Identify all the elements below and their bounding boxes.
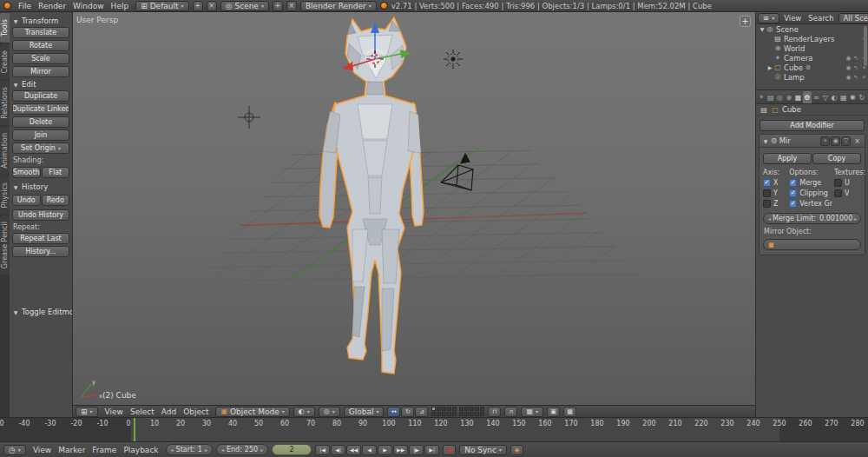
render-toggle-icon[interactable]: ⌖ <box>820 136 830 146</box>
toolshelf-tab-tools[interactable]: Tools <box>0 13 10 43</box>
expand-icon[interactable]: ▼ <box>759 26 766 32</box>
button-play-reverse[interactable]: ◀◀ <box>346 445 361 455</box>
camera-object[interactable] <box>441 154 473 190</box>
expand-icon[interactable]: ▶ <box>766 64 773 70</box>
add-modifier-dropdown[interactable]: Add Modifier <box>760 120 865 131</box>
current-frame-indicator[interactable] <box>134 418 135 441</box>
manipulator-translate-icon[interactable]: ↔ <box>387 407 400 417</box>
layer-cell[interactable] <box>431 412 436 416</box>
eye-toggle-icon[interactable]: ◉ <box>845 64 852 71</box>
viewport-shading-dropdown[interactable]: ◐ ▾ <box>293 407 315 417</box>
outliner-display-dropdown[interactable]: All Scenes ▾ <box>838 13 868 23</box>
menu-top-help[interactable]: Help <box>108 2 133 10</box>
properties-tab-constraints[interactable]: ∞ <box>812 91 821 103</box>
checkbox-x[interactable]: ✓X <box>763 178 787 187</box>
start-frame-field[interactable]: ◂ Start: 1 ▸ <box>166 444 213 455</box>
add-layout-button[interactable]: + <box>193 1 203 11</box>
outliner-item-world[interactable]: ⊕World <box>756 43 868 53</box>
layer-cell[interactable] <box>437 412 441 416</box>
outliner-item-camera[interactable]: ⌖Camera◉↖⌖ <box>756 53 868 63</box>
button-frame-back[interactable]: ◀ <box>362 445 377 455</box>
checkbox-x-box[interactable]: ✓ <box>763 179 771 187</box>
menu-viewport-object[interactable]: Object <box>180 407 212 416</box>
record-button[interactable]: ● <box>443 445 456 455</box>
undo-button[interactable]: Undo <box>12 195 41 206</box>
current-frame-field[interactable]: 2 <box>272 444 312 455</box>
button-duplicate-linked[interactable]: Duplicate Linked <box>12 103 69 115</box>
button-rotate[interactable]: Rotate <box>12 40 69 51</box>
menu-top-render[interactable]: Render <box>35 2 69 10</box>
checkbox-y-box[interactable] <box>763 189 771 197</box>
outliner-item-cube[interactable]: ▶▢Cube⚙◉↖⌖ <box>756 63 868 72</box>
screen-layout-dropdown[interactable]: ⊞ Default ▾ <box>135 1 188 11</box>
select_arrow-toggle-icon[interactable]: ↖ <box>852 74 860 81</box>
end-frame-field[interactable]: ◂ End: 250 ▸ <box>216 444 268 455</box>
layer-cell[interactable] <box>437 407 441 411</box>
keying-set-button[interactable]: ◆ <box>510 445 523 455</box>
layer-cell[interactable] <box>431 407 436 411</box>
layer-cell[interactable] <box>475 412 479 416</box>
layer-cell[interactable] <box>464 407 469 411</box>
properties-tab-render[interactable]: ⌖ <box>757 91 766 103</box>
render-engine-dropdown[interactable]: Blender Render ▾ <box>300 1 377 11</box>
properties-tab-material[interactable]: ◐ <box>830 91 839 103</box>
checkbox-vertex-gr-box[interactable]: ✓ <box>789 200 797 208</box>
orientation-dropdown[interactable]: Global ▾ <box>344 407 385 417</box>
scene-dropdown[interactable]: ◎ Scene ▾ <box>220 1 269 11</box>
layer-cell[interactable] <box>480 412 484 416</box>
opengl-render-anim-icon[interactable]: ▩ <box>563 407 576 417</box>
checkbox-merge[interactable]: ✓Merge <box>789 178 832 187</box>
toolshelf-tab-physics[interactable]: Physics <box>0 176 10 215</box>
menu-viewport-select[interactable]: Select <box>127 407 158 416</box>
flat-button[interactable]: Flat <box>42 167 70 178</box>
layer-cell[interactable] <box>442 412 446 416</box>
editor-type-button[interactable]: ⊞ ▾ <box>76 407 98 417</box>
eye-toggle-icon[interactable]: ◉ <box>845 74 852 81</box>
modifier-header[interactable]: ▼ ⚙ Mir ⌖◉▽ × <box>760 135 865 148</box>
checkbox-u-box[interactable] <box>834 179 842 187</box>
button-join[interactable]: Join <box>12 129 69 141</box>
properties-tab-scene[interactable]: ◎ <box>775 91 785 103</box>
checkbox-z-box[interactable] <box>763 200 771 208</box>
layer-cell[interactable] <box>452 412 457 416</box>
eye-toggle-icon[interactable]: ◉ <box>845 55 852 62</box>
add-scene-button[interactable]: + <box>273 1 283 11</box>
arrow-left-icon[interactable]: ◂ <box>768 215 771 222</box>
operator-panel-header[interactable]: ▼ Toggle Editmode <box>12 308 69 316</box>
character-mesh[interactable] <box>319 17 424 374</box>
button-jump-to-prev-keyframe[interactable]: ◀| <box>331 445 345 455</box>
button-frame-forward[interactable]: ▶▶ <box>393 445 408 455</box>
select_arrow-toggle-icon[interactable]: ↖ <box>852 55 860 62</box>
redo-button[interactable]: Redo <box>42 195 70 206</box>
arrow-right-icon[interactable]: ▸ <box>854 215 857 222</box>
checkbox-y[interactable]: Y <box>763 189 787 197</box>
menu-top-file[interactable]: File <box>15 2 35 10</box>
mode-dropdown[interactable]: ▣ Object Mode ▾ <box>215 407 289 417</box>
panel-header-transform[interactable]: ▼ Transform <box>12 17 69 25</box>
lamp-object[interactable] <box>444 50 463 69</box>
viewport-canvas[interactable]: User Persp + x y (2) Cube <box>73 12 755 405</box>
toolshelf-tab-create[interactable]: Create <box>0 44 10 80</box>
layer-cell[interactable] <box>464 412 469 416</box>
arrow-left-icon[interactable]: ◂ <box>171 447 174 453</box>
properties-tab-particles[interactable]: ✱ <box>848 91 858 103</box>
smooth-button[interactable]: Smooth <box>12 167 41 178</box>
toolshelf-tab-grease-pencil[interactable]: Grease Pencil <box>0 215 10 275</box>
layer-cell[interactable] <box>442 407 446 411</box>
opengl-render-icon[interactable]: ▣ <box>547 407 560 417</box>
editor-type-button[interactable]: ◷ ▾ <box>3 445 26 455</box>
checkbox-v-box[interactable] <box>834 189 842 197</box>
button-jump-to-next-keyframe[interactable]: |▶ <box>409 445 424 455</box>
menu-outliner-search[interactable]: Search <box>806 14 836 23</box>
delete-scene-button[interactable]: × <box>286 1 297 11</box>
menu-top-window[interactable]: Window <box>69 2 108 10</box>
copy-button[interactable]: Copy <box>812 153 861 164</box>
checkbox-merge-box[interactable]: ✓ <box>789 179 797 187</box>
button-jump-to-end[interactable]: ▶| <box>424 445 439 455</box>
arrow-right-icon[interactable]: ▸ <box>205 447 207 453</box>
properties-tab-physics[interactable]: ↻ <box>858 91 867 103</box>
panel-header-history[interactable]: ▼ History <box>12 182 69 191</box>
button-play[interactable]: ▶ <box>378 445 392 455</box>
history-menu-button[interactable]: History... <box>12 246 69 257</box>
properties-tab-world[interactable]: ⊕ <box>785 91 794 103</box>
